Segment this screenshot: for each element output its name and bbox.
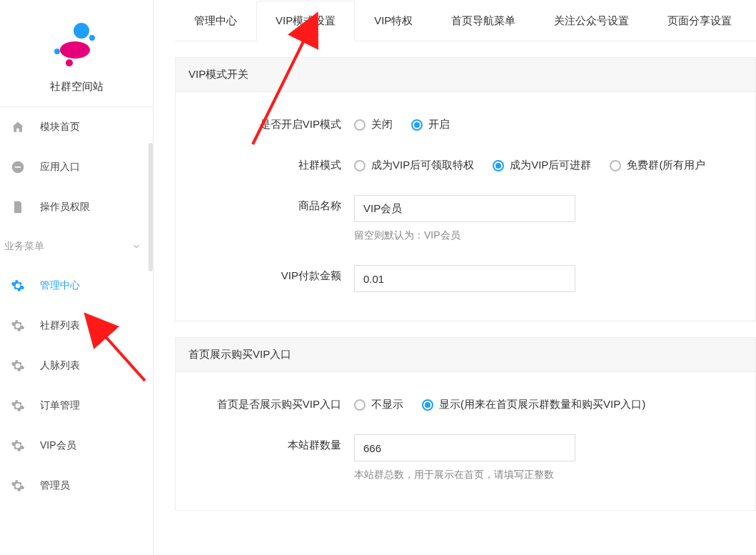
svg-point-2 bbox=[60, 41, 90, 59]
hint-product-name: 留空则默认为：VIP会员 bbox=[354, 229, 755, 242]
home-icon bbox=[10, 119, 26, 135]
tab-share-settings[interactable]: 页面分享设置 bbox=[648, 1, 751, 41]
label-vip-price: VIP付款金额 bbox=[176, 265, 354, 283]
chat-icon bbox=[10, 159, 26, 175]
radio-icon bbox=[411, 119, 423, 131]
svg-rect-6 bbox=[15, 166, 21, 168]
radio-label: 成为VIP后可领取特权 bbox=[371, 159, 474, 172]
sidebar-item-contacts[interactable]: 人脉列表 bbox=[0, 346, 153, 386]
row-community-mode: 社群模式 成为VIP后可领取特权 成为VIP后可进群 bbox=[176, 143, 755, 184]
panel-vip-mode: VIP模式开关 是否开启VIP模式 关闭 开启 bbox=[175, 57, 756, 321]
radio-mode-join-group[interactable]: 成为VIP后可进群 bbox=[493, 159, 591, 172]
radio-label: 开启 bbox=[428, 118, 450, 131]
tab-vip-privileges[interactable]: VIP特权 bbox=[355, 1, 432, 41]
input-product-name[interactable] bbox=[354, 195, 575, 222]
row-show-entry: 首页是否展示购买VIP入口 不显示 显示(用来在首页展示群数量和购买VIP入口) bbox=[176, 382, 755, 423]
radio-icon bbox=[493, 160, 504, 171]
sidebar: 社群空间站 模块首页 应用入口 操作员权限 bbox=[0, 0, 153, 555]
gear-icon bbox=[10, 398, 26, 414]
doc-icon bbox=[10, 199, 26, 215]
sidebar-item-label: 管理中心 bbox=[40, 279, 80, 292]
row-enable-vip: 是否开启VIP模式 关闭 开启 bbox=[176, 102, 755, 143]
sidebar-item-module-home[interactable]: 模块首页 bbox=[0, 107, 153, 147]
sidebar-item-label: 人脉列表 bbox=[40, 359, 80, 372]
gear-icon bbox=[10, 318, 26, 334]
svg-point-3 bbox=[66, 59, 73, 66]
label-community-mode: 社群模式 bbox=[176, 154, 354, 172]
sidebar-item-admin-center[interactable]: 管理中心 bbox=[0, 266, 153, 306]
radio-mode-privilege[interactable]: 成为VIP后可领取特权 bbox=[354, 159, 474, 172]
sidebar-item-label: 应用入口 bbox=[40, 161, 80, 174]
scrollbar[interactable] bbox=[148, 143, 153, 271]
sidebar-item-vip-members[interactable]: VIP会员 bbox=[0, 426, 153, 466]
input-vip-price[interactable] bbox=[354, 265, 575, 292]
radio-enable-on[interactable]: 开启 bbox=[411, 118, 450, 131]
row-product-name: 商品名称 留空则默认为：VIP会员 bbox=[176, 184, 755, 254]
label-group-count: 本站群数量 bbox=[176, 434, 354, 452]
logo-icon bbox=[48, 21, 105, 71]
radio-icon bbox=[610, 160, 621, 171]
radio-label: 免费群(所有用户 bbox=[627, 159, 705, 172]
chevron-down-icon bbox=[131, 241, 141, 251]
sidebar-item-label: 管理员 bbox=[40, 479, 70, 492]
radio-enable-off[interactable]: 关闭 bbox=[354, 118, 393, 131]
sidebar-item-label: 操作员权限 bbox=[40, 201, 90, 214]
sidebar-item-operator-perm[interactable]: 操作员权限 bbox=[0, 187, 153, 227]
tab-admin-center[interactable]: 管理中心 bbox=[175, 1, 256, 41]
sidebar-item-app-entry[interactable]: 应用入口 bbox=[0, 147, 153, 187]
radio-label: 不显示 bbox=[371, 398, 403, 411]
radio-label: 显示(用来在首页展示群数量和购买VIP入口) bbox=[439, 398, 645, 411]
gear-icon bbox=[10, 438, 26, 454]
radio-icon bbox=[354, 119, 366, 131]
sidebar-item-admins[interactable]: 管理员 bbox=[0, 466, 153, 506]
sidebar-item-label: 社群列表 bbox=[40, 319, 80, 332]
radio-icon bbox=[354, 399, 366, 411]
label-enable-vip: 是否开启VIP模式 bbox=[176, 114, 354, 131]
logo: 社群空间站 bbox=[0, 0, 153, 106]
sidebar-business-list: 管理中心 社群列表 人脉列表 订单管理 bbox=[0, 266, 153, 506]
svg-point-0 bbox=[74, 23, 89, 39]
sidebar-item-orders[interactable]: 订单管理 bbox=[0, 386, 153, 426]
sidebar-group-label: 业务菜单 bbox=[4, 240, 44, 253]
radio-icon bbox=[354, 160, 366, 171]
radio-label: 关闭 bbox=[371, 118, 393, 131]
input-group-count[interactable] bbox=[354, 434, 575, 461]
main-content: 管理中心 VIP模式设置 VIP特权 首页导航菜单 关注公众号设置 页面分享设置… bbox=[153, 0, 756, 555]
panel-title: 首页展示购买VIP入口 bbox=[176, 338, 755, 372]
tabs: 管理中心 VIP模式设置 VIP特权 首页导航菜单 关注公众号设置 页面分享设置 bbox=[175, 0, 756, 41]
sidebar-item-community-list[interactable]: 社群列表 bbox=[0, 306, 153, 346]
sidebar-nav: 模块首页 应用入口 操作员权限 bbox=[0, 106, 153, 227]
label-product-name: 商品名称 bbox=[176, 195, 354, 213]
panel-home-vip-entry: 首页展示购买VIP入口 首页是否展示购买VIP入口 不显示 显示(用来在首页展 bbox=[175, 337, 756, 511]
tab-follow-account[interactable]: 关注公众号设置 bbox=[535, 1, 648, 41]
sidebar-group-business[interactable]: 业务菜单 bbox=[0, 227, 153, 266]
radio-icon bbox=[422, 399, 433, 411]
tab-vip-mode-settings[interactable]: VIP模式设置 bbox=[256, 1, 355, 41]
panel-title: VIP模式开关 bbox=[176, 58, 755, 92]
svg-point-1 bbox=[89, 35, 95, 41]
sidebar-item-label: 订单管理 bbox=[40, 399, 80, 412]
radio-label: 成为VIP后可进群 bbox=[510, 159, 591, 172]
gear-icon bbox=[10, 478, 26, 494]
hint-group-count: 本站群总数，用于展示在首页，请填写正整数 bbox=[354, 469, 755, 481]
svg-point-4 bbox=[54, 49, 60, 54]
gear-icon bbox=[10, 278, 26, 294]
label-show-entry: 首页是否展示购买VIP入口 bbox=[176, 394, 354, 411]
row-group-count: 本站群数量 本站群总数，用于展示在首页，请填写正整数 bbox=[176, 423, 755, 493]
radio-show-off[interactable]: 不显示 bbox=[354, 398, 403, 411]
sidebar-item-label: VIP会员 bbox=[40, 439, 76, 452]
radio-show-on[interactable]: 显示(用来在首页展示群数量和购买VIP入口) bbox=[422, 398, 645, 411]
row-vip-price: VIP付款金额 bbox=[176, 254, 755, 304]
tab-home-nav[interactable]: 首页导航菜单 bbox=[432, 1, 535, 41]
radio-mode-free[interactable]: 免费群(所有用户 bbox=[610, 159, 705, 172]
gear-icon bbox=[10, 358, 26, 374]
sidebar-item-label: 模块首页 bbox=[40, 121, 80, 134]
app-title: 社群空间站 bbox=[50, 80, 104, 94]
